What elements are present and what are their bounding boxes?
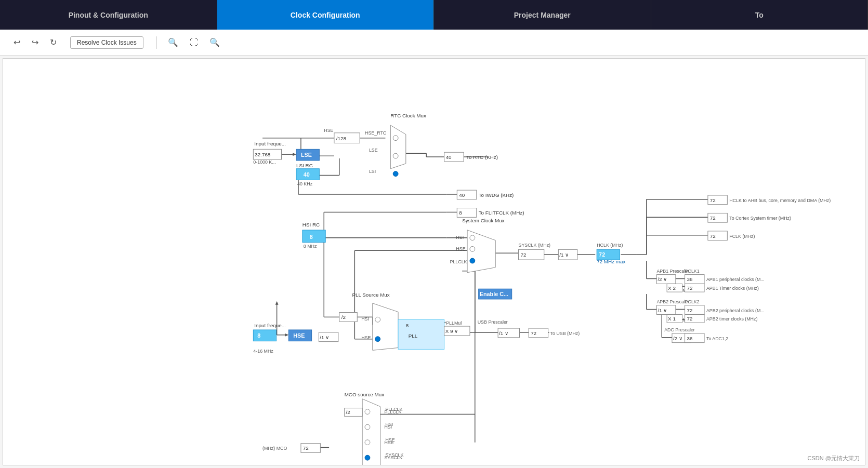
hse-label: HSE	[293, 332, 305, 339]
svg-text:HSI: HSI	[361, 316, 369, 322]
nav-pinout[interactable]: Pinout & Configuration	[0, 0, 217, 30]
svg-text:HSE: HSE	[456, 246, 465, 251]
svg-point-85	[470, 246, 475, 251]
svg-point-130	[365, 424, 370, 430]
apb2-timer-label: APB2 timer clocks (MHz)	[706, 316, 757, 322]
nav-to[interactable]: To	[651, 0, 869, 30]
apb1-timer-label: APB1 Timer clocks (MHz)	[706, 286, 759, 291]
svg-text:PLLCLK: PLLCLK	[385, 407, 402, 412]
svg-point-72	[393, 153, 398, 158]
zoom-in-button[interactable]: 🔍	[165, 35, 181, 49]
hclk-bus-label: HCLK to AHB bus, core, memory and DMA (M…	[729, 198, 831, 203]
svg-marker-125	[275, 301, 279, 305]
flitf-unit: To FLITFCLK (MHz)	[479, 210, 524, 216]
pclk2-value: 72	[687, 307, 693, 313]
apb2-periph: APB2 peripheral clocks (M...	[706, 308, 765, 313]
ahb-prescaler: /1 ∨	[559, 252, 569, 258]
main-area: RTC Clock Mux Input freque... 32.768 0-1…	[0, 56, 868, 468]
svg-text:ADC Prescaler: ADC Prescaler	[664, 327, 695, 332]
svg-text:PLLCLK: PLLCLK	[450, 259, 467, 264]
usb-prescaler-value: /1 ∨	[499, 330, 508, 336]
svg-text:HSI: HSI	[385, 422, 393, 427]
svg-marker-70	[390, 125, 406, 169]
input-freq-range1: 0-1000 K...	[253, 159, 275, 165]
svg-rect-121	[253, 330, 276, 341]
svg-marker-111	[373, 303, 398, 351]
enable-c-label[interactable]: Enable C...	[480, 291, 508, 297]
input-freq-value1: 32.768	[255, 152, 271, 157]
pll-source-mux-label: PLL Source Mux	[352, 292, 389, 298]
fit-button[interactable]: ⛶	[187, 36, 201, 49]
resolve-clock-button[interactable]: Resolve Clock Issues	[70, 36, 143, 49]
mco-label: (MHz) MCO	[262, 446, 287, 451]
clock-diagram: RTC Clock Mux Input freque... 32.768 0-1…	[3, 59, 865, 465]
nav-project[interactable]: Project Manager	[434, 0, 651, 30]
separator	[156, 36, 157, 49]
cortex-label: To Cortex System timer (MHz)	[729, 216, 791, 221]
hclk-label: HCLK (MHz)	[597, 243, 623, 248]
zoom-out-button[interactable]: 🔍	[206, 35, 223, 49]
apb2-prescaler: /1 ∨	[657, 307, 667, 313]
hclk-max: 72 MHz max	[597, 259, 625, 264]
lsi-unit: 40 KHz	[297, 181, 313, 186]
svg-text:HSE: HSE	[385, 437, 394, 443]
svg-point-132	[365, 455, 370, 460]
clock-canvas[interactable]: RTC Clock Mux Input freque... 32.768 0-1…	[3, 58, 865, 465]
svg-point-131	[365, 440, 370, 445]
svg-point-73	[393, 171, 398, 177]
rtc-mux-label: RTC Clock Mux	[390, 113, 426, 118]
redo-button[interactable]: ↪	[29, 35, 42, 49]
fclk-value: 72	[710, 233, 716, 239]
svg-point-84	[470, 235, 475, 240]
svg-marker-66	[293, 153, 296, 156]
svg-marker-123	[285, 333, 288, 337]
rtc-unit: To RTC (KHz)	[466, 154, 498, 160]
sys-mux-label: System Clock Mux	[462, 218, 504, 223]
pll-value: 8	[406, 323, 409, 328]
svg-marker-128	[362, 399, 380, 465]
svg-point-71	[393, 136, 398, 141]
top-nav: Pinout & Configuration Clock Configurati…	[0, 0, 868, 30]
usb-value: 72	[531, 330, 536, 336]
input-freq-value2: 8	[257, 332, 260, 339]
hse-rtc-label: HSE_RTC	[365, 130, 387, 136]
hse-div1: /1 ∨	[320, 335, 329, 340]
hsi-unit: 8 MHz	[304, 244, 317, 249]
svg-rect-116	[398, 319, 444, 349]
refresh-button[interactable]: ↻	[47, 35, 60, 49]
lsi-rc-label: LSI RC	[296, 163, 313, 168]
usb-label: To USB (MHz)	[550, 331, 580, 336]
sysclk-value: 72	[520, 252, 526, 258]
svg-text:/2: /2	[346, 409, 350, 415]
hsi-div2: /2	[341, 314, 346, 320]
watermark: CSDN @元情大茉刀	[808, 454, 860, 462]
undo-button[interactable]: ↩	[10, 35, 23, 49]
apb1-timer-mult: X 2	[668, 285, 676, 291]
usb-prescaler-label: USB Prescaler	[478, 319, 508, 325]
pll-label: PLL	[409, 333, 418, 339]
apb1-timer-value: 72	[687, 285, 693, 291]
svg-text:SYSCLK: SYSCLK	[385, 452, 403, 458]
iwdg-unit: To IWDG (KHz)	[479, 192, 514, 198]
svg-text:HSI: HSI	[456, 235, 464, 240]
iwdg-value: 40	[459, 192, 465, 198]
svg-point-114	[375, 317, 380, 322]
fclk-label: FCLK (MHz)	[729, 234, 755, 239]
mco-value: 72	[303, 445, 309, 451]
lse-label: LSE	[301, 152, 312, 158]
hclk-bus-value: 72	[710, 197, 716, 203]
adc-label: To ADC1,2	[706, 336, 728, 341]
apb2-timer-mult: X 1	[668, 316, 676, 322]
div128-label: /128	[336, 136, 347, 141]
hsi-rc-label: HSI RC	[303, 222, 320, 228]
adc-prescaler: /2 ∨	[673, 336, 682, 341]
svg-point-86	[470, 258, 475, 263]
cortex-value: 72	[710, 215, 716, 221]
pll-mul-label: *PLLMul	[444, 320, 462, 326]
nav-clock[interactable]: Clock Configuration	[217, 0, 435, 30]
input-freq-label2: Input freque...	[254, 323, 286, 328]
svg-text:LSE: LSE	[369, 148, 378, 153]
toolbar: ↩ ↪ ↻ Resolve Clock Issues 🔍 ⛶ 🔍	[0, 30, 868, 56]
hse-label-rtc: HSE	[324, 128, 333, 133]
input-freq-label1: Input freque...	[254, 141, 286, 146]
